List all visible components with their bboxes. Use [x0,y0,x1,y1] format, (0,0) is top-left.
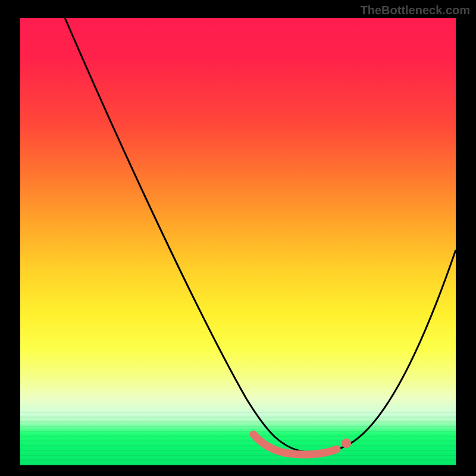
optimal-band [253,434,351,455]
attribution-text: TheBottleneck.com [361,4,470,17]
curve-layer [20,18,456,465]
bottleneck-curve [65,18,456,453]
chart-stage: TheBottleneck.com [0,0,476,476]
svg-point-0 [342,439,351,448]
